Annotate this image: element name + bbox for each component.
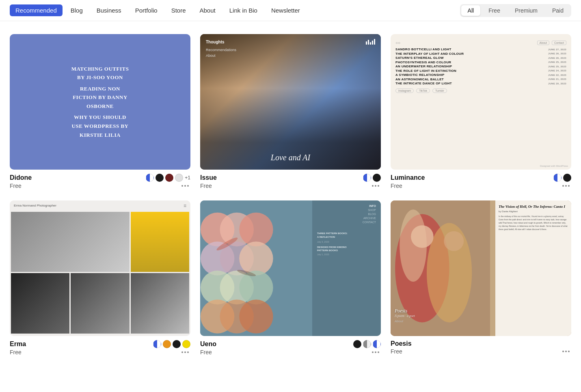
card-thumb-poesis[interactable]: Poesis A poem · a poet About The Vision … [391,200,571,336]
poesis-subtitle: A poem · a poet [395,314,415,318]
dot2 [375,351,376,353]
swatch-ueno-2[interactable] [363,340,371,348]
poesis-body-text: In the midway of this our mortal life, I… [499,215,568,231]
bar1 [366,41,367,45]
card-more-luminance[interactable] [561,183,571,188]
bar5 [374,39,375,45]
nav-item-portfolio[interactable]: Portfolio [130,4,163,16]
nav-item-newsletter[interactable]: Newsletter [266,4,306,16]
lum-logo: ○○ [395,41,400,45]
swatch-ueno-1[interactable] [353,340,361,348]
card-thumb-erma[interactable]: Erma Normand Photographer ≡ [10,200,190,336]
issue-bars [366,39,375,45]
card-price-ueno: Free [200,349,212,355]
card-more-issue[interactable] [370,183,381,188]
ueno-nav-blog: BLOG [368,213,376,215]
swatch-lum-2[interactable] [563,174,571,182]
lum-lines: SANDRO BOTTICELLI AND LIGHTJune 27, 2023… [395,47,566,85]
card-name-issue: Issue [200,174,217,181]
card-price-erma: Free [10,349,22,355]
issue-nav: Thoughts Recommendations About [206,39,236,59]
swatch-erma-3[interactable] [173,340,181,348]
swatch-issue-2[interactable] [373,174,381,182]
erma-photo-grid [10,200,190,336]
lum-contact-btn[interactable]: Contact [552,41,566,45]
card-price-luminance: Free [391,183,402,189]
ueno-nav-contact: CONTACT [363,221,376,224]
svg-point-5 [239,241,273,275]
card-thumb-didone[interactable]: MATCHING OUTFITS BY JI-SOO YOON READING … [10,34,190,170]
ueno-nav-list: INFO SHOP BLOG ARCHIVE CONTACT [317,205,376,224]
swatch-lum-1[interactable] [553,174,562,182]
card-poesis: Poesis A poem · a poet About The Vision … [391,200,571,355]
card-name-ueno: Ueno [200,340,216,348]
poesis-about-link[interactable]: About [395,319,415,323]
swatch-erma-1[interactable] [153,340,161,348]
card-ueno: INFO SHOP BLOG ARCHIVE CONTACT THREE PAT… [200,200,381,355]
nav-item-store[interactable]: Store [166,4,192,16]
filter-paid[interactable]: Paid [546,5,570,16]
card-thumb-ueno[interactable]: INFO SHOP BLOG ARCHIVE CONTACT THREE PAT… [200,200,381,336]
bar2 [368,40,369,45]
card-thumb-issue[interactable]: Thoughts Recommendations About Love and … [200,34,381,170]
card-thumb-luminance[interactable]: ○○ About Contact SANDRO BOTTICELLI AND L… [391,34,571,170]
poesis-right-text: The Vision of Hell, Or The Inferno: Cant… [495,200,571,336]
lum-tumblr[interactable]: Tumblr [432,88,447,93]
card-meta-luminance: Luminance [391,174,571,182]
card-name-erma: Erma [10,340,26,348]
nav-item-about[interactable]: About [194,4,221,16]
swatch-erma-4[interactable] [182,340,190,348]
nav-item-blog[interactable]: Blog [65,4,89,16]
swatch-issue-1[interactable] [363,174,371,182]
svg-point-18 [411,225,434,248]
ueno-date-2: July 1, 2023 [317,253,376,256]
lum-line-6: THE ROLE OF LIGHT IN EXTINCTIONJune 24, … [395,69,566,73]
filter-all[interactable]: All [461,5,481,16]
filter-premium[interactable]: Premium [508,5,544,16]
card-swatches-didone: +1 [146,174,190,182]
swatch-3[interactable] [165,174,173,182]
erma-photo-5 [131,273,189,333]
swatch-ueno-3[interactable] [373,340,381,348]
swatch-2[interactable] [156,174,164,182]
issue-title: Love and AI [271,153,310,162]
lum-top: ○○ About Contact [395,39,566,45]
card-more-poesis[interactable] [561,349,571,354]
lum-controls: About Contact [537,41,566,45]
card-meta-issue: Issue [200,174,381,182]
lum-about-btn[interactable]: About [537,41,549,45]
card-bottom-ueno: Free [200,349,381,355]
card-swatches-issue [363,174,381,182]
nav-item-business[interactable]: Business [91,4,127,16]
lum-footer: Instagram TikTok Tumblr [395,88,566,93]
card-more-erma[interactable] [180,350,190,355]
card-price-poesis: Free [391,348,402,355]
card-info-issue: Issue Free [200,174,381,189]
dot1 [562,351,564,352]
filter-free[interactable]: Free [482,5,507,16]
card-bottom-issue: Free [200,183,381,189]
swatch-4[interactable] [175,174,183,182]
swatch-erma-2[interactable] [163,340,171,348]
nav-item-recommended[interactable]: Recommended [10,4,63,16]
lum-instagram[interactable]: Instagram [395,88,414,93]
card-more-ueno[interactable] [370,350,381,355]
ueno-content-title: THREE PATTERN BOOKS:A REFLECTION [317,232,376,239]
lum-sig: Designed with WordPress [540,165,568,167]
lum-line-1: SANDRO BOTTICELLI AND LIGHTJune 27, 2023 [395,47,566,51]
lum-tiktok[interactable]: TikTok [416,88,430,93]
swatch-1[interactable] [146,174,154,182]
dot3 [187,185,189,187]
dot3 [187,351,189,353]
bar4 [372,41,373,45]
ueno-nav-archive: ARCHIVE [363,217,376,220]
nav-item-linkinbio[interactable]: Link in Bio [224,4,263,16]
ueno-pattern-svg [200,200,312,336]
card-info-erma: Erma Free [10,340,190,355]
dot2 [565,185,567,187]
ueno-date-1: July 3, 2023 [317,241,376,243]
filter-group: All Free Premium Paid [460,4,571,17]
poesis-author: by Dante Alighieri [499,210,568,213]
card-more-didone[interactable] [180,183,190,188]
dot2 [565,351,567,352]
